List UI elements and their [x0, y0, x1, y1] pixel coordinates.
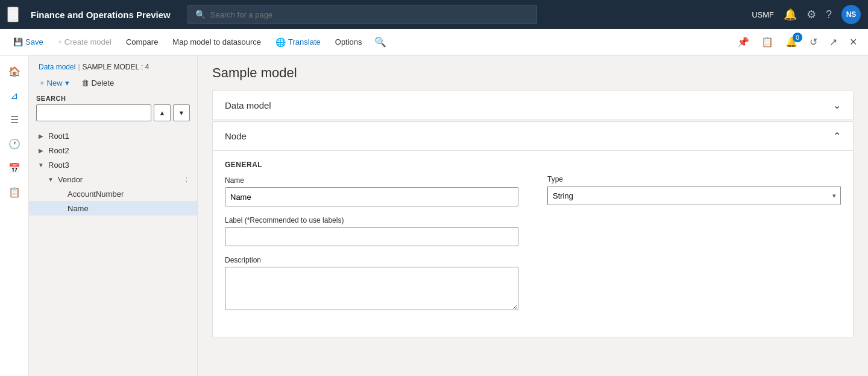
delete-icon: 🗑 — [81, 78, 89, 88]
refresh-icon[interactable]: ↺ — [806, 34, 821, 50]
tree-toggle-account — [55, 189, 65, 199]
node-body: GENERAL Name Label (*Recommended to use … — [213, 150, 853, 337]
menu-icon[interactable]: ☰ — [4, 109, 25, 130]
pin-icon[interactable]: 📌 — [734, 34, 753, 50]
label-field: Label (*Recommended to use labels) — [225, 216, 518, 246]
tree-label-root2: Root2 — [48, 146, 69, 155]
tree-label-root1: Root1 — [48, 132, 69, 141]
plus-icon: + — [40, 78, 45, 88]
breadcrumb-parent[interactable]: Data model — [39, 63, 75, 71]
toolbar-right: 📌 📋 🔔 0 ↺ ↗ ✕ — [734, 34, 861, 50]
search-up-button[interactable]: ▲ — [154, 104, 171, 121]
calendar-icon[interactable]: 📅 — [4, 157, 25, 179]
company-label: USMF — [752, 10, 774, 19]
breadcrumb: Data model | SAMPLE MODEL : 4 — [29, 56, 197, 74]
tree-item-vendor[interactable]: ▼ Vendor ⋮ — [29, 172, 197, 186]
tree-toggle-name — [55, 203, 65, 213]
search-label: SEARCH — [36, 95, 190, 102]
filter-icon[interactable]: ⊿ — [4, 84, 25, 106]
description-field: Description — [225, 256, 518, 313]
options-button[interactable]: Options — [329, 35, 368, 49]
avatar[interactable]: NS — [841, 5, 861, 24]
description-label: Description — [225, 256, 518, 264]
tree-toggle-root2: ▶ — [36, 145, 46, 155]
new-button[interactable]: + New ▾ — [36, 76, 73, 90]
tree-item-root1[interactable]: ▶ Root1 — [29, 129, 197, 143]
close-icon[interactable]: ✕ — [846, 34, 861, 50]
icon-sidebar: 🏠 ⊿ ☰ 🕐 📅 📋 — [0, 56, 29, 376]
search-down-button[interactable]: ▼ — [173, 104, 190, 121]
settings-icon[interactable]: ⚙ — [807, 8, 816, 21]
label-input[interactable] — [225, 227, 518, 246]
left-toolbar: + New ▾ 🗑 Delete — [29, 74, 197, 95]
data-model-header[interactable]: Data model — [213, 91, 853, 119]
top-nav-right: USMF 🔔 ⚙ ? NS — [752, 5, 861, 24]
compare-button[interactable]: Compare — [120, 35, 164, 49]
name-field: Name — [225, 176, 518, 206]
app-title: Finance and Operations Preview — [31, 10, 171, 20]
open-new-icon[interactable]: ↗ — [826, 34, 841, 50]
type-select[interactable]: String Integer Real Boolean Date DateTim… — [547, 186, 841, 205]
bookmark-icon[interactable]: 📋 — [758, 34, 777, 50]
tree-item-account-number[interactable]: AccountNumber — [29, 186, 197, 201]
general-label: GENERAL — [225, 161, 518, 169]
notification-badge: 0 — [793, 33, 802, 42]
label-field-label: Label (*Recommended to use labels) — [225, 216, 518, 225]
search-bar: 🔍 — [187, 5, 537, 24]
node-right-col: Type String Integer Real Boolean Date Da… — [547, 161, 841, 322]
help-icon[interactable]: ? — [826, 8, 832, 21]
node-accordion: Node GENERAL Name Label (*Recommended to… — [212, 121, 854, 337]
home-icon[interactable]: 🏠 — [4, 60, 25, 82]
grid-icon[interactable]: ⊞ — [7, 7, 19, 22]
tree-label-root3: Root3 — [48, 161, 69, 170]
data-model-label: Data model — [225, 100, 271, 110]
translate-button[interactable]: 🌐 Translate — [269, 35, 327, 49]
name-input[interactable] — [225, 187, 518, 206]
tree-label-account-number: AccountNumber — [68, 190, 124, 199]
recent-icon[interactable]: 🕐 — [4, 133, 25, 155]
search-input[interactable] — [210, 10, 529, 19]
page-title: Sample model — [212, 65, 854, 81]
node-left-col: GENERAL Name Label (*Recommended to use … — [225, 161, 518, 322]
toolbar: 💾 Save + Create model Compare Map model … — [0, 29, 868, 56]
tree-item-root2[interactable]: ▶ Root2 — [29, 143, 197, 158]
toolbar-search-button[interactable]: 🔍 — [371, 34, 390, 50]
tree-toggle-root1: ▶ — [36, 131, 46, 141]
delete-button[interactable]: 🗑 Delete — [78, 76, 118, 90]
description-textarea[interactable] — [225, 267, 518, 310]
main-layout: 🏠 ⊿ ☰ 🕐 📅 📋 Data model | SAMPLE MODEL : … — [0, 56, 868, 376]
notification-button[interactable]: 🔔 0 — [782, 34, 801, 50]
breadcrumb-sep: | — [78, 63, 80, 71]
search-icon: 🔍 — [195, 10, 206, 19]
tree-item-root3[interactable]: ▼ Root3 — [29, 158, 197, 172]
type-select-wrapper: String Integer Real Boolean Date DateTim… — [547, 186, 841, 205]
save-icon: 💾 — [13, 37, 23, 46]
tree-toggle-root3: ▼ — [36, 160, 46, 170]
right-panel: Sample model Data model Node GENERAL — [198, 56, 868, 376]
node-form-grid: GENERAL Name Label (*Recommended to use … — [225, 161, 841, 322]
map-model-button[interactable]: Map model to datasource — [166, 35, 267, 49]
search-section: SEARCH ▲ ▼ — [29, 95, 197, 126]
tree-container: ▶ Root1 ▶ Root2 ▼ Root3 ▼ Vendor ⋮ Accou… — [29, 126, 197, 376]
name-label: Name — [225, 176, 518, 185]
left-panel: Data model | SAMPLE MODEL : 4 + New ▾ 🗑 … — [29, 56, 198, 376]
resize-indicator: ⋮ — [183, 176, 190, 183]
data-model-chevron — [833, 100, 841, 111]
search-row: ▲ ▼ — [36, 104, 190, 121]
bell-icon[interactable]: 🔔 — [784, 8, 797, 21]
type-label: Type — [547, 175, 841, 183]
save-button[interactable]: 💾 Save — [7, 35, 49, 49]
tree-label-name: Name — [68, 204, 89, 213]
tree-search-input[interactable] — [36, 104, 151, 121]
create-model-button[interactable]: + Create model — [52, 35, 118, 49]
tree-toggle-vendor: ▼ — [46, 174, 55, 184]
top-nav: ⊞ Finance and Operations Preview 🔍 USMF … — [0, 0, 868, 29]
translate-icon: 🌐 — [275, 37, 286, 47]
node-label: Node — [225, 131, 247, 141]
list-icon[interactable]: 📋 — [4, 181, 25, 203]
new-dropdown-icon: ▾ — [65, 78, 69, 88]
node-header[interactable]: Node — [213, 122, 853, 150]
tree-item-name[interactable]: Name — [29, 201, 197, 215]
breadcrumb-current: SAMPLE MODEL : 4 — [83, 63, 149, 71]
tree-label-vendor: Vendor — [58, 175, 83, 184]
